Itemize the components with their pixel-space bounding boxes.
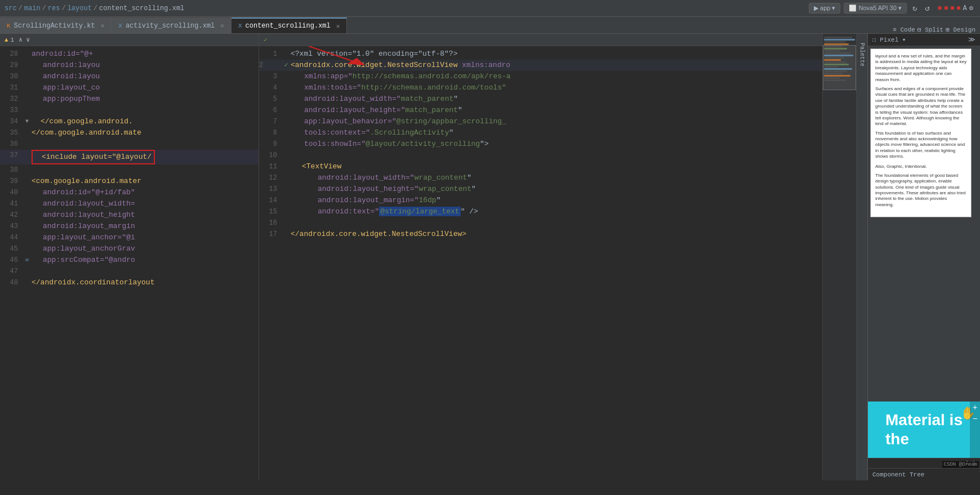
tab-activity-scrolling[interactable]: X activity_scrolling.xml ✕ <box>112 17 231 33</box>
table-row: 5 android:layout_width="match_parent" <box>259 93 822 105</box>
left-code-editor[interactable]: 28 android:id="@+ 29 android:layou 30 an… <box>0 46 259 480</box>
preview-text-p4: Also, Graphic, Intentional. <box>875 163 966 170</box>
api-selector[interactable]: ⬜ Nova5 API 30 ▾ <box>844 3 906 14</box>
table-row: 36 <box>0 139 259 150</box>
pixel-selector[interactable]: ☐ Pixel ▾ <box>872 36 906 43</box>
fold-arrow[interactable]: ▼ <box>25 116 29 127</box>
table-row: 40 android:id="@+id/fab" <box>0 187 259 198</box>
expand-icon[interactable]: ≫ <box>968 35 975 44</box>
bc-layout[interactable]: layout <box>68 5 92 12</box>
design-view-btn-right[interactable]: ⊞ Design <box>946 26 975 33</box>
code-view-btn-right[interactable]: ≡ Code <box>893 26 915 33</box>
table-row: 9 tools:showIn="@layout/activity_scrolli… <box>259 139 822 150</box>
table-row: 42 android:layout_height <box>0 209 259 221</box>
editor-right: ✓ 1 <?xml version <box>259 34 856 480</box>
preview-text-p2: Surfaces and edges of a component provid… <box>875 86 966 127</box>
kt-icon: K <box>7 23 11 29</box>
table-row: 6 android:layout_height="match_parent" <box>259 105 822 116</box>
tab-label-1: activity_scrolling.xml <box>126 22 215 30</box>
table-row: 44 app:layout_anchor="@i <box>0 232 259 243</box>
material-text-line2: the <box>885 430 963 449</box>
table-row: 3 xmlns:app="http://schemas.android.com/… <box>259 71 822 82</box>
table-row: 13 android:layout_height="wrap_content" <box>259 184 822 195</box>
table-row: 35 </com.google.android.mate <box>0 127 259 139</box>
device-screen: layout and a new set of rules, and the m… <box>870 48 972 217</box>
xml-icon-1: X <box>118 23 122 29</box>
table-row: 29 android:layou <box>0 60 259 71</box>
error2-icon[interactable]: ■ <box>944 5 948 12</box>
device-selector-bar: ☐ Pixel ▾ ≫ <box>868 34 980 46</box>
highlighted-string: @string/large_text <box>379 207 460 216</box>
right-warning-bar: ✓ <box>259 34 822 46</box>
top-bar: src / main / res / layout / content_scro… <box>0 0 980 17</box>
preview-text-p1: layout and a new set of rules, and the m… <box>875 53 966 83</box>
material-text-line1: Material is <box>885 411 963 430</box>
tab-content-scrolling[interactable]: X content_scrolling.xml ✕ <box>231 17 347 33</box>
table-row: 11 <TextView <box>259 161 822 172</box>
table-row: 10 <box>259 150 822 161</box>
breadcrumb: src / main / res / layout / content_scro… <box>5 5 184 12</box>
toolbar-icons: ■ ■ ■ ■ A ⚙ <box>936 3 975 14</box>
palette-tab[interactable]: Palette <box>858 38 866 71</box>
table-row: 15 android:text="@string/large_text" /> <box>259 206 822 217</box>
table-row: 1 <?xml version="1.0" encoding="utf-8"?> <box>259 48 822 60</box>
table-row: 43 android:layout_margin <box>0 221 259 232</box>
minimap-viewport[interactable] <box>823 45 856 90</box>
include-highlight: <include layout="@layout/ <box>32 150 155 164</box>
material-preview: Material is the ✋ + − <box>868 402 980 458</box>
table-row: 2 ✓ <androidx.core.widget.NestedScrollVi… <box>259 60 822 71</box>
tab-close-1[interactable]: ✕ <box>220 22 224 29</box>
error4-icon[interactable]: ■ <box>956 5 960 12</box>
zoom-out-button[interactable]: − <box>970 413 980 424</box>
table-row: 31 app:layout_co <box>0 82 259 93</box>
tab-bar: K ScrollingActivity.kt ✕ X activity_scro… <box>0 17 980 34</box>
split-view-btn-right[interactable]: ⊟ Split <box>917 26 943 33</box>
run-button[interactable]: ▶ app ▾ <box>809 3 840 14</box>
sync-icon[interactable]: ↻ <box>910 2 919 14</box>
table-row: 12 android:layout_width="wrap_content" <box>259 172 822 184</box>
nav-arrows[interactable]: ∧ ∨ <box>19 36 30 43</box>
table-row: 45 app:layout_anchorGrav <box>0 243 259 255</box>
table-row: 14 android:layout_margin="16dp" <box>259 195 822 206</box>
table-row: 41 android:layout_width= <box>0 198 259 209</box>
table-row: 4 xmlns:tools="http://schemas.android.co… <box>259 82 822 93</box>
bc-res[interactable]: res <box>48 5 60 12</box>
settings-icon[interactable]: ⚙ <box>969 4 973 12</box>
device-preview-container: layout and a new set of rules, and the m… <box>868 46 980 402</box>
fold-icon-2[interactable]: ✓ <box>284 60 288 71</box>
table-row: 47 <box>0 266 259 277</box>
email-icon: ✉ <box>25 255 29 266</box>
table-row: 7 app:layout_behavior="@string/appbar_sc… <box>259 116 822 127</box>
tab-label-0: ScrollingActivity.kt <box>14 22 95 30</box>
table-row: 16 <box>259 217 822 229</box>
table-row: 17 </androidx.core.widget.NestedScrollVi… <box>259 229 822 240</box>
right-code-editor[interactable]: 1 <?xml version="1.0" encoding="utf-8"?>… <box>259 46 822 480</box>
main-area: ▲ 1 ∧ ∨ 28 android:id="@+ 29 android:lay… <box>0 34 980 480</box>
line-num-2: 2 <box>259 60 263 71</box>
tab-close-2[interactable]: ✕ <box>336 23 340 30</box>
warning-count: 1 <box>11 37 15 43</box>
zoom-in-button[interactable]: + <box>970 402 980 413</box>
preview-area: ☐ Pixel ▾ ≫ layout and a new set of rule… <box>868 34 980 402</box>
warning-icon: ▲ <box>5 37 8 43</box>
table-row: 37 <include layout="@layout/ <box>0 150 259 164</box>
table-row: 34 ▼ </com.google.android. <box>0 116 259 127</box>
bc-file[interactable]: content_scrolling.xml <box>99 5 184 12</box>
bc-main[interactable]: main <box>24 5 41 12</box>
table-row: 8 tools:context=".ScrollingActivity" <box>259 127 822 139</box>
table-row: 38 <box>0 164 259 176</box>
layout-icon[interactable]: A <box>963 5 967 12</box>
bc-src[interactable]: src <box>5 5 17 12</box>
tab-label-2: content_scrolling.xml <box>246 22 331 30</box>
warning-bar: ▲ 1 ∧ ∨ <box>0 34 259 46</box>
minimap <box>822 34 856 480</box>
table-row: 39 <com.google.android.mater <box>0 176 259 187</box>
preview-text-p5: The foundational elements of good based … <box>875 173 966 208</box>
tab-scrollingactivity[interactable]: K ScrollingActivity.kt ✕ <box>0 17 112 33</box>
error-icon[interactable]: ■ <box>938 5 942 12</box>
error3-icon[interactable]: ■ <box>950 5 954 12</box>
tab-close-0[interactable]: ✕ <box>101 22 105 29</box>
component-tree-bar[interactable]: Component Tree <box>868 468 980 480</box>
table-row: 48 </androidx.coordinatorlayout <box>0 277 259 288</box>
refresh-icon[interactable]: ↺ <box>923 2 932 14</box>
